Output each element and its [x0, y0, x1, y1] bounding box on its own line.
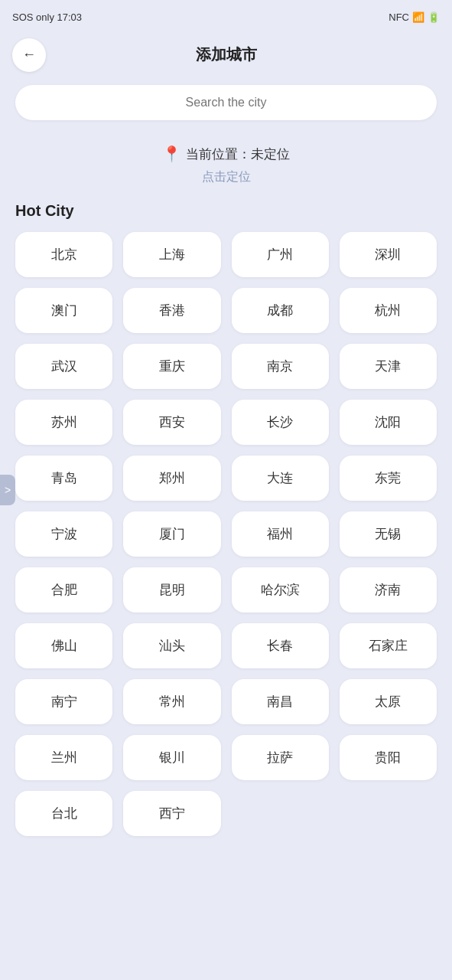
city-button[interactable]: 无锡: [340, 511, 437, 557]
back-button[interactable]: ←: [12, 38, 46, 72]
city-button[interactable]: 佛山: [15, 623, 112, 668]
city-button[interactable]: 南京: [232, 344, 329, 389]
city-button[interactable]: 长沙: [232, 400, 329, 445]
city-button[interactable]: 宁波: [15, 511, 112, 557]
city-button[interactable]: 东莞: [340, 456, 437, 501]
city-button[interactable]: 香港: [123, 288, 220, 333]
page-title: 添加城市: [196, 44, 257, 65]
city-button[interactable]: 常州: [123, 679, 220, 724]
city-button[interactable]: 天津: [340, 344, 437, 389]
search-container: [0, 76, 452, 129]
city-button[interactable]: 北京: [15, 232, 112, 277]
city-button[interactable]: 郑州: [123, 456, 220, 501]
city-button[interactable]: 兰州: [15, 735, 112, 780]
city-button[interactable]: 济南: [340, 567, 437, 612]
city-button[interactable]: 长春: [232, 623, 329, 668]
side-tab-icon: >: [5, 484, 11, 496]
city-button[interactable]: 贵阳: [340, 735, 437, 780]
side-tab[interactable]: >: [0, 475, 15, 505]
hot-city-label: Hot City: [0, 193, 452, 226]
back-arrow-icon: ←: [22, 47, 36, 63]
city-button[interactable]: 青岛: [15, 456, 112, 501]
city-button[interactable]: 汕头: [123, 623, 220, 668]
city-button[interactable]: 广州: [232, 232, 329, 277]
city-button[interactable]: 西宁: [123, 791, 220, 836]
status-icons: NFC 📶 🔋: [389, 11, 440, 23]
status-left-text: SOS only 17:03: [12, 11, 82, 23]
city-button[interactable]: 合肥: [15, 567, 112, 612]
location-section: 📍 当前位置：未定位 点击定位: [0, 129, 452, 193]
city-button[interactable]: 银川: [123, 735, 220, 780]
city-button[interactable]: 太原: [340, 679, 437, 724]
city-button[interactable]: 苏州: [15, 400, 112, 445]
city-button[interactable]: 上海: [123, 232, 220, 277]
city-button[interactable]: 南宁: [15, 679, 112, 724]
location-text: 当前位置：未定位: [186, 145, 290, 163]
city-button[interactable]: 拉萨: [232, 735, 329, 780]
location-pin-icon: 📍: [162, 145, 181, 163]
city-button[interactable]: 昆明: [123, 567, 220, 612]
city-button[interactable]: 沈阳: [340, 400, 437, 445]
search-input[interactable]: [15, 85, 437, 120]
city-button[interactable]: 大连: [232, 456, 329, 501]
city-button[interactable]: 重庆: [123, 344, 220, 389]
city-button[interactable]: 成都: [232, 288, 329, 333]
city-button[interactable]: 台北: [15, 791, 112, 836]
header: ← 添加城市: [0, 34, 452, 76]
city-button[interactable]: 西安: [123, 400, 220, 445]
city-button[interactable]: 南昌: [232, 679, 329, 724]
city-button[interactable]: 石家庄: [340, 623, 437, 668]
signal-icon: 📶: [412, 11, 424, 23]
nfc-icon: NFC: [389, 11, 409, 23]
city-grid: 北京上海广州深圳澳门香港成都杭州武汉重庆南京天津苏州西安长沙沈阳青岛郑州大连东莞…: [0, 226, 452, 859]
status-bar: SOS only 17:03 NFC 📶 🔋: [0, 0, 452, 34]
location-row: 📍 当前位置：未定位: [12, 145, 440, 163]
locate-button[interactable]: 点击定位: [12, 169, 440, 185]
city-button[interactable]: 福州: [232, 511, 329, 557]
city-button[interactable]: 澳门: [15, 288, 112, 333]
city-button[interactable]: 杭州: [340, 288, 437, 333]
city-button[interactable]: 武汉: [15, 344, 112, 389]
city-button[interactable]: 深圳: [340, 232, 437, 277]
city-button[interactable]: 哈尔滨: [232, 567, 329, 612]
battery-icon: 🔋: [428, 11, 440, 23]
city-button[interactable]: 厦门: [123, 511, 220, 557]
